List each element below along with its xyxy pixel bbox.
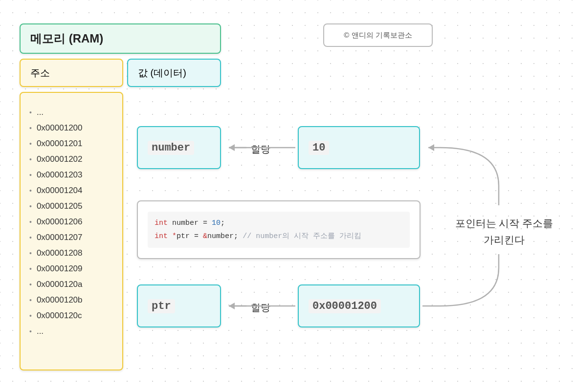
address-list-item: 0x00001202: [29, 152, 113, 167]
code-comment: // number의 시작 주소를 가리킴: [238, 232, 361, 240]
address-list-item: 0x00001204: [29, 183, 113, 198]
address-list-item: 0x00001205: [29, 198, 113, 214]
address-list-item: 0x0000120b: [29, 292, 113, 308]
variable-number-label: number: [148, 141, 194, 155]
address-header-box: 주소: [20, 59, 123, 87]
address-list-item: 0x0000120c: [29, 308, 113, 324]
address-list-item: 0x00001200: [29, 120, 113, 136]
arrow-head-10-to-number: [229, 144, 235, 151]
code-keyword-int-2: int: [155, 232, 168, 240]
value-header-text: 값 (데이터): [138, 66, 186, 80]
code-amp: &: [203, 232, 207, 240]
arrow-head-addr-to-ptr: [229, 303, 235, 309]
memory-title-text: 메모리 (RAM): [30, 31, 103, 46]
code-id-ptr: ptr: [177, 232, 190, 240]
variable-number-box: number: [137, 126, 221, 169]
address-list-item: 0x00001203: [29, 167, 113, 183]
value-address-box: 0x00001200: [298, 284, 420, 327]
code-semi-1: ;: [221, 219, 225, 227]
code-num-10: 10: [212, 219, 221, 227]
code-snippet: int number = 10; int *ptr = &number; // …: [148, 212, 410, 248]
code-eq-1: =: [199, 219, 212, 227]
address-list-item: 0x00001208: [29, 245, 113, 261]
address-list-item: ...: [29, 105, 113, 120]
address-list-item: 0x00001201: [29, 136, 113, 152]
code-id-number-ref: number: [207, 232, 234, 240]
address-list-box: ...0x000012000x000012010x000012020x00001…: [20, 92, 123, 370]
code-id-number: number: [172, 219, 199, 227]
value-10-box: 10: [298, 126, 420, 169]
address-list-item: 0x00001207: [29, 230, 113, 245]
address-list-item: 0x00001209: [29, 261, 113, 277]
address-list-item: 0x0000120a: [29, 277, 113, 292]
code-keyword-int-1: int: [155, 219, 168, 227]
value-address-label: 0x00001200: [309, 299, 381, 313]
address-list-item: 0x00001206: [29, 214, 113, 230]
value-header-box: 값 (데이터): [127, 59, 221, 87]
code-semi-2: ;: [234, 232, 238, 240]
value-10-label: 10: [309, 141, 329, 155]
address-header-text: 주소: [30, 66, 50, 80]
arrow-head-ptr-loop: [428, 144, 434, 151]
assign-label-1: 할당: [251, 143, 270, 156]
pointer-note-label: 포인터는 시작 주소를가리킨다: [448, 215, 560, 248]
code-snippet-box: int number = 10; int *ptr = &number; // …: [137, 200, 421, 259]
code-eq-2: =: [190, 232, 203, 240]
variable-ptr-label: ptr: [148, 299, 175, 313]
variable-ptr-box: ptr: [137, 284, 221, 327]
diagram-canvas: 메모리 (RAM) © 앤디의 기록보관소 주소 값 (데이터) ...0x00…: [0, 0, 576, 392]
address-list-item: ...: [29, 324, 113, 339]
assign-label-2: 할당: [251, 301, 270, 314]
attribution-box: © 앤디의 기록보관소: [323, 23, 433, 47]
attribution-text: © 앤디의 기록보관소: [344, 31, 412, 40]
memory-title-box: 메모리 (RAM): [20, 23, 221, 54]
code-star: *: [172, 232, 177, 240]
address-list: ...0x000012000x000012010x000012020x00001…: [29, 105, 113, 339]
